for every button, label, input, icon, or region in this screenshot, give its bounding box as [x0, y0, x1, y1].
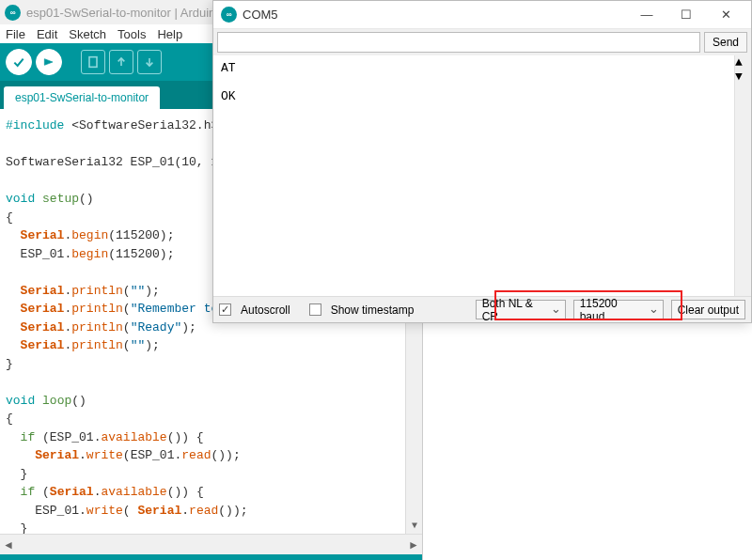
- verify-button[interactable]: [6, 49, 32, 75]
- new-sketch-button[interactable]: [81, 50, 105, 74]
- serial-bottom-bar: Autoscroll Show timestamp Both NL & CR 1…: [213, 296, 751, 322]
- menu-sketch[interactable]: Sketch: [63, 27, 112, 41]
- serial-vscrollbar[interactable]: ▲ ▼: [734, 55, 751, 296]
- timestamp-label: Show timestamp: [331, 303, 415, 317]
- autoscroll-label: Autoscroll: [241, 303, 290, 317]
- save-sketch-button[interactable]: [137, 50, 162, 74]
- menu-edit[interactable]: Edit: [31, 27, 63, 41]
- editor-hscrollbar[interactable]: ◄ ►: [0, 534, 422, 554]
- serial-line: OK: [221, 89, 236, 103]
- close-button[interactable]: ✕: [706, 2, 745, 28]
- baud-value: 115200 baud: [580, 297, 646, 323]
- scroll-right-icon[interactable]: ►: [405, 537, 422, 553]
- serial-send-row: Send: [213, 29, 751, 55]
- line-ending-value: Both NL & CR: [482, 297, 548, 323]
- ide-status-stripe: [0, 554, 422, 560]
- maximize-button[interactable]: ☐: [666, 2, 706, 28]
- svg-marker-0: [44, 59, 53, 66]
- baud-dropdown[interactable]: 115200 baud: [573, 300, 664, 319]
- serial-titlebar[interactable]: ∞ COM5 — ☐ ✕: [213, 1, 751, 29]
- serial-output[interactable]: AT OK ▲ ▼: [213, 55, 751, 296]
- open-sketch-button[interactable]: [109, 50, 133, 74]
- autoscroll-checkbox[interactable]: [219, 303, 231, 316]
- serial-window-title: COM5: [243, 8, 627, 22]
- scroll-up-icon[interactable]: ▲: [735, 55, 751, 70]
- menu-tools[interactable]: Tools: [112, 27, 151, 41]
- send-button[interactable]: Send: [704, 32, 747, 53]
- arduino-logo-icon: ∞: [221, 7, 237, 23]
- minimize-button[interactable]: —: [627, 2, 666, 28]
- arduino-logo-icon: ∞: [5, 5, 21, 21]
- clear-output-button[interactable]: Clear output: [671, 300, 745, 319]
- scroll-down-icon[interactable]: ▼: [406, 517, 422, 534]
- serial-line: AT: [221, 61, 236, 75]
- menu-file[interactable]: File: [0, 27, 31, 41]
- line-ending-dropdown[interactable]: Both NL & CR: [476, 300, 566, 319]
- sketch-tab[interactable]: esp01-SwSerial-to-monitor: [4, 86, 160, 109]
- serial-monitor-window: ∞ COM5 — ☐ ✕ Send AT OK ▲ ▼ Autoscroll S…: [212, 0, 752, 323]
- timestamp-checkbox[interactable]: [309, 303, 321, 316]
- upload-button[interactable]: [36, 49, 62, 75]
- serial-input[interactable]: [217, 32, 700, 53]
- ide-window-title: esp01-SwSerial-to-monitor | Arduino: [26, 6, 223, 20]
- scroll-left-icon[interactable]: ◄: [0, 537, 17, 553]
- svg-rect-1: [89, 57, 97, 68]
- scroll-down-icon[interactable]: ▼: [735, 70, 751, 84]
- menu-help[interactable]: Help: [151, 27, 188, 41]
